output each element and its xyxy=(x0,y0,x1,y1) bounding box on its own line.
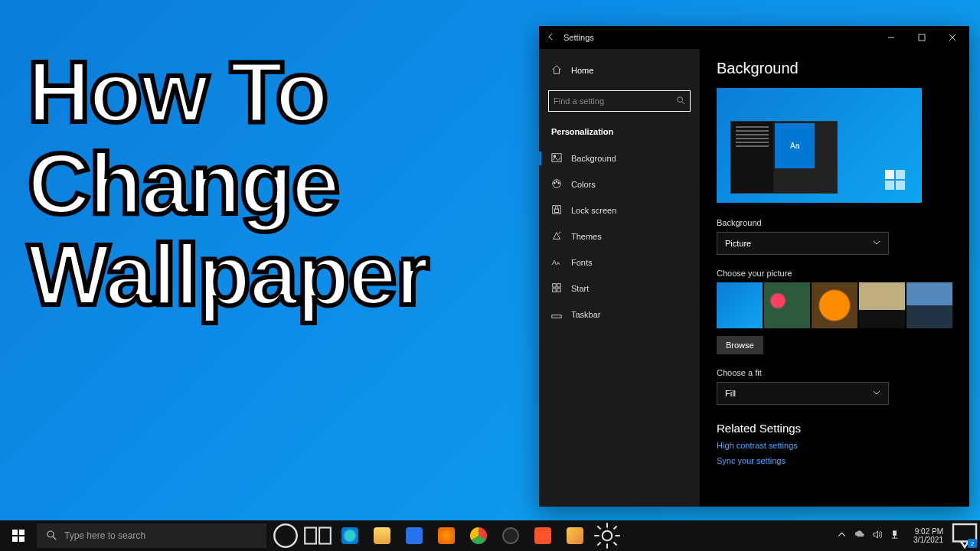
background-dropdown[interactable]: Picture xyxy=(717,232,889,255)
svg-rect-25 xyxy=(19,536,24,542)
close-button[interactable] xyxy=(937,26,968,49)
minimize-button[interactable] xyxy=(876,26,906,49)
maximize-button[interactable] xyxy=(906,26,937,49)
nav-lock-screen[interactable]: Lock screen xyxy=(539,197,700,223)
thumb-3[interactable] xyxy=(812,282,858,328)
svg-rect-24 xyxy=(12,536,18,542)
background-value: Picture xyxy=(725,239,751,248)
svg-rect-19 xyxy=(553,289,556,292)
settings-search[interactable] xyxy=(548,90,691,112)
svg-point-7 xyxy=(554,155,556,158)
app-paint[interactable] xyxy=(559,520,591,551)
task-view-icon[interactable] xyxy=(302,520,334,551)
cortana-icon[interactable] xyxy=(270,520,302,551)
nav-start[interactable]: Start xyxy=(539,276,700,302)
network-icon[interactable] xyxy=(890,529,900,543)
app-brave[interactable] xyxy=(527,520,559,551)
svg-point-26 xyxy=(47,531,54,537)
thumb-5[interactable] xyxy=(906,282,952,328)
start-icon xyxy=(551,282,562,295)
svg-point-31 xyxy=(603,531,612,541)
nav-themes[interactable]: Themes xyxy=(539,223,700,249)
home-nav[interactable]: Home xyxy=(539,58,700,83)
svg-rect-6 xyxy=(552,154,561,162)
lock-icon xyxy=(551,204,562,217)
onedrive-icon[interactable] xyxy=(854,529,864,543)
svg-rect-21 xyxy=(552,315,561,318)
action-center[interactable]: 2 xyxy=(949,520,980,551)
taskbar-icon xyxy=(551,308,562,321)
svg-rect-29 xyxy=(305,528,316,544)
background-label: Background xyxy=(717,218,952,227)
window-title: Settings xyxy=(564,33,594,42)
nav-label: Fonts xyxy=(571,258,593,267)
wallpaper-preview: Aa xyxy=(717,88,922,203)
app-store[interactable] xyxy=(398,520,430,551)
svg-point-4 xyxy=(678,97,683,103)
svg-rect-17 xyxy=(553,284,556,287)
taskbar-search[interactable]: Type here to search xyxy=(37,523,266,548)
link-sync[interactable]: Sync your settings xyxy=(717,456,952,465)
svg-rect-30 xyxy=(319,528,331,544)
nav-taskbar[interactable]: Taskbar xyxy=(539,302,700,328)
sidebar: Home Personalization BackgroundColorsLoc… xyxy=(539,49,700,507)
fit-value: Fill xyxy=(725,389,736,398)
app-chrome[interactable] xyxy=(462,520,495,551)
app-obs[interactable] xyxy=(495,520,527,551)
app-firefox[interactable] xyxy=(430,520,462,551)
svg-point-9 xyxy=(554,182,556,184)
svg-text:A: A xyxy=(557,260,560,266)
svg-rect-1 xyxy=(919,34,925,41)
nav-label: Themes xyxy=(571,232,602,241)
windows-icon xyxy=(12,530,24,542)
search-input[interactable] xyxy=(554,96,671,106)
tray-chevron-icon[interactable] xyxy=(837,529,847,543)
fit-dropdown[interactable]: Fill xyxy=(717,382,889,405)
overlay-title: How To Change Wallpaper xyxy=(28,46,428,321)
home-icon xyxy=(551,64,562,77)
svg-point-11 xyxy=(558,182,560,184)
svg-line-27 xyxy=(53,536,56,540)
nav-label: Start xyxy=(571,284,589,293)
clock[interactable]: 9:02 PM 3/1/2021 xyxy=(907,527,949,544)
home-label: Home xyxy=(571,66,593,75)
taskbar: Type here to search 9:02 PM 3/1/2021 2 xyxy=(0,520,980,551)
svg-rect-20 xyxy=(557,289,560,292)
system-tray[interactable] xyxy=(829,529,907,543)
chevron-down-icon xyxy=(873,239,880,248)
picture-thumbnails xyxy=(717,282,952,328)
svg-rect-23 xyxy=(19,530,24,535)
nav-colors[interactable]: Colors xyxy=(539,171,700,197)
svg-rect-18 xyxy=(557,284,560,287)
overlay-line-3: Wallpaper xyxy=(28,229,428,321)
app-settings[interactable] xyxy=(591,520,623,551)
choose-picture-label: Choose your picture xyxy=(717,269,952,278)
start-button[interactable] xyxy=(0,520,37,551)
thumb-4[interactable] xyxy=(859,282,905,328)
browse-button[interactable]: Browse xyxy=(717,336,763,354)
svg-line-14 xyxy=(559,232,561,234)
page-title: Background xyxy=(717,60,952,77)
volume-icon[interactable] xyxy=(872,529,882,543)
notif-badge: 2 xyxy=(968,539,977,548)
section-title: Personalization xyxy=(539,122,700,145)
back-button[interactable] xyxy=(547,33,554,42)
taskbar-search-placeholder: Type here to search xyxy=(64,530,145,541)
overlay-line-1: How To xyxy=(28,46,428,138)
svg-point-28 xyxy=(274,524,296,546)
thumb-2[interactable] xyxy=(764,282,810,328)
nav-fonts[interactable]: AAFonts xyxy=(539,249,700,276)
link-high-contrast[interactable]: High contrast settings xyxy=(717,441,952,450)
fit-label: Choose a fit xyxy=(717,368,952,377)
app-explorer[interactable] xyxy=(366,520,398,551)
preview-sample-text: Aa xyxy=(775,123,815,168)
app-edge[interactable] xyxy=(334,520,366,551)
palette-icon xyxy=(551,178,562,191)
time: 9:02 PM xyxy=(913,527,943,536)
date: 3/1/2021 xyxy=(913,536,943,544)
svg-text:A: A xyxy=(552,259,557,266)
search-icon xyxy=(46,530,57,543)
nav-background[interactable]: Background xyxy=(539,145,700,171)
chevron-down-icon xyxy=(873,389,880,398)
thumb-1[interactable] xyxy=(717,282,763,328)
